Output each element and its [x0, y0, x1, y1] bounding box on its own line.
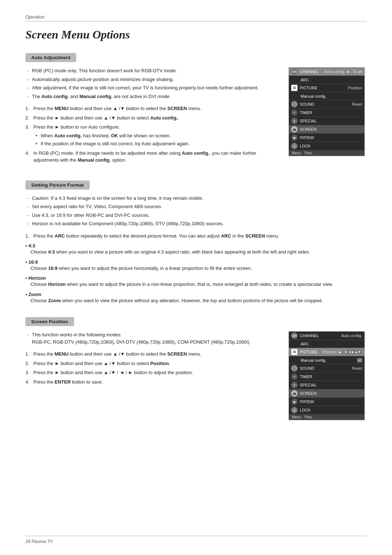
step-item: 1. Press the ARC button repeatedly to se… — [25, 232, 367, 240]
format-4-3: • 4:3 Choose 4:3 when you want to view a… — [25, 243, 367, 256]
bold-auto-config3: Auto config. — [54, 133, 82, 138]
menu2-row-lock: 🔒 LOCK — [289, 406, 364, 414]
bold-manual2: Manual config. — [78, 157, 111, 163]
format-horizon-desc: Choose Horizon when you want to adjust t… — [25, 281, 367, 288]
auto-adjustment-header: Auto Adjustment — [25, 53, 76, 62]
page: Operation Screen Menu Options Auto Adjus… — [0, 0, 392, 555]
sub-bullet-item: If the position of the image is still no… — [33, 140, 367, 147]
bold-auto-config: Auto config. — [41, 94, 69, 99]
format-4-3-title: • 4:3 — [25, 243, 367, 248]
screen-position-bullets: This function works in the following mod… — [25, 331, 367, 345]
auto-adjustment-section: Auto Adjustment CH CHANNEL Auto config. … — [25, 53, 367, 167]
menu2-screen-label: SCREEN — [300, 391, 362, 396]
step-item: 3. Press the ► button to run Auto config… — [25, 123, 367, 147]
screen-position-content: CH CHANNEL Auto config. ARC 🖼 PICTURE Po… — [25, 331, 367, 424]
step-item: 3. Press the ► button and then use ▲ /▼ … — [25, 369, 367, 376]
bold-arc: ARC — [55, 233, 65, 239]
bullet-item: This function works in the following mod… — [25, 331, 367, 345]
bullet-item: The Auto config. and Manual config. are … — [25, 93, 367, 100]
menu2-footer: Menu Prev. — [289, 414, 364, 420]
step-item: 2. Press the ► button and then use ▲ /▼ … — [25, 360, 367, 367]
footer-page-number: 28 Plasma TV — [25, 539, 53, 544]
section-label: Operation — [25, 15, 367, 20]
format-zoom-desc: Choose Zoom when you want to view the pi… — [25, 297, 367, 304]
bold-screen: SCREEN — [167, 106, 187, 111]
menu2-row-pipw: ▣ PIP/DW — [289, 398, 364, 406]
menu2-lock-label: LOCK — [300, 408, 362, 412]
menu2-pipw-label: PIP/DW — [300, 400, 362, 404]
bold-menu: MENU — [55, 106, 69, 111]
page-title: Screen Menu Options — [25, 28, 367, 41]
format-16-9-title: • 16:9 — [25, 259, 367, 265]
menu2-row-screen: 📺 SCREEN — [289, 389, 364, 398]
bold-screen2: SCREEN — [245, 233, 265, 239]
bullet-item: Horizon is not available for Component (… — [25, 220, 367, 227]
sub-bullet-item: When Auto config. has finished, OK will … — [33, 132, 367, 139]
step-item: 1. Press the MENU button and then use ▲ … — [25, 105, 367, 112]
screen-position-header: Screen Position — [25, 317, 74, 326]
bullet-item: Set every aspect ratio for TV, Video, Co… — [25, 203, 367, 210]
bold-auto: Auto config. — [182, 150, 209, 156]
step-item: 4. In RGB (PC) mode, if the image needs … — [25, 150, 367, 164]
format-zoom: • Zoom Choose Zoom when you want to view… — [25, 292, 367, 304]
step-item: 1. Press the MENU button and then use ▲ … — [25, 351, 367, 358]
format-16-9-desc: Choose 16:9 when you want to adjust the … — [25, 265, 367, 272]
picture-format-bullets: Caution: If a 4:3 fixed image is on the … — [25, 195, 367, 227]
bullet-item: Caution: If a 4:3 fixed image is on the … — [25, 195, 367, 202]
bullet-item: RGB (PC) mode only; This function doesn'… — [25, 67, 367, 74]
step3-sub-bullets: When Auto config. has finished, OK will … — [33, 132, 367, 147]
setting-picture-format-header: Setting Picture Format — [25, 181, 90, 190]
menu2-pipw-icon: ▣ — [291, 398, 298, 405]
bullet-item: Automatically adjusts picture position a… — [25, 76, 367, 83]
setting-picture-format-section: Setting Picture Format Caution: If a 4:3… — [25, 181, 367, 304]
format-horizon-title: • Horizon — [25, 275, 367, 281]
menu2-lock-icon: 🔒 — [291, 407, 298, 413]
step-item: 2. Press the ► button and then use ▲ /▼ … — [25, 114, 367, 122]
format-zoom-title: • Zoom — [25, 292, 367, 297]
menu2-footer-prev: Prev. — [305, 415, 313, 419]
menu2-screen-icon: 📺 — [291, 390, 298, 397]
page-footer: 28 Plasma TV — [25, 536, 367, 544]
format-16-9: • 16:9 Choose 16:9 when you want to adju… — [25, 259, 367, 272]
bold-manual-config: Manual config. — [79, 94, 113, 99]
bullet-item: After adjustment, if the image is still … — [25, 84, 367, 92]
format-horizon: • Horizon Choose Horizon when you want t… — [25, 275, 367, 288]
bold-arc2: ARC — [221, 233, 231, 239]
menu2-footer-menu: Menu — [292, 415, 301, 419]
step-item: 4. Press the ENTER button to save. — [25, 378, 367, 386]
top-divider — [25, 21, 367, 21]
picture-format-steps: 1. Press the ARC button repeatedly to se… — [25, 232, 367, 240]
bold-auto-config2: Auto config. — [150, 115, 178, 121]
format-4-3-desc: Choose 4:3 when you want to view a pictu… — [25, 248, 367, 256]
bold-ok: OK — [111, 133, 118, 138]
screen-position-section: Screen Position CH CHANNEL Auto config. … — [25, 317, 367, 424]
bullet-item: Use 4:3, or 16:9 for other RGB-PC and DV… — [25, 212, 367, 219]
auto-adjustment-content: CH CHANNEL Auto config. ► To set ARC 🖼 P… — [25, 67, 367, 167]
